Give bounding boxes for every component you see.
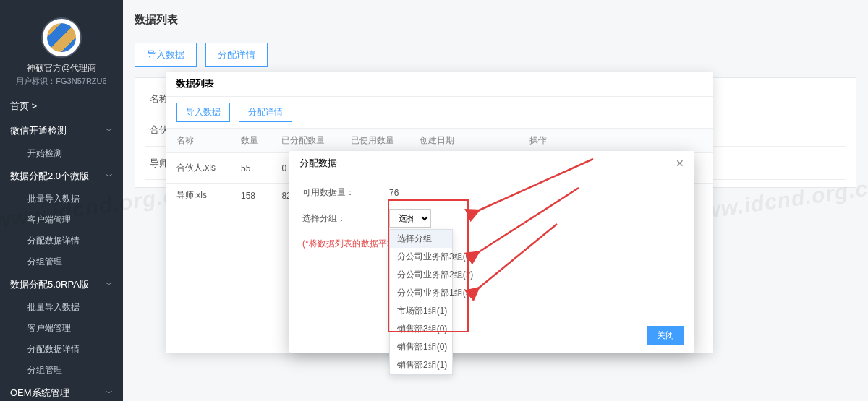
nav-dist5-import[interactable]: 批量导入数据 (0, 297, 123, 318)
nav-oem[interactable]: OEM系统管理﹀ (0, 381, 123, 401)
close-icon[interactable]: ✕ (676, 158, 684, 169)
th-created: 创建日期 (409, 129, 519, 153)
annotation-box (388, 199, 469, 332)
breadcrumb[interactable]: 首页 > (0, 94, 123, 118)
assign-detail-button[interactable]: 分配详情 (205, 43, 268, 67)
close-button[interactable]: 关闭 (647, 326, 684, 345)
chevron-down-icon: ﹀ (106, 280, 113, 290)
nav-wx-check[interactable]: 微信开通检测﹀ (0, 118, 123, 143)
nav-wx-check-start[interactable]: 开始检测 (0, 143, 123, 164)
page-title: 数据列表 (135, 13, 856, 27)
th-qty: 数量 (231, 129, 271, 153)
dialog-title: 分配数据 (299, 157, 337, 170)
chevron-down-icon: ﹀ (106, 388, 113, 398)
modal-detail-button[interactable]: 分配详情 (239, 103, 292, 122)
nav-dist2-detail[interactable]: 分配数据详情 (0, 230, 123, 251)
th-assigned: 已分配数量 (271, 129, 341, 153)
cell-qty: 55 (231, 153, 271, 184)
modal-title: 数据列表 (166, 72, 713, 97)
import-button[interactable]: 导入数据 (135, 43, 197, 67)
assign-dialog: 分配数据 ✕ 可用数据量： 76 选择分组： 选择分组 选择分组 分公司业务部3… (289, 151, 694, 353)
nav-dist5-detail[interactable]: 分配数据详情 (0, 339, 123, 360)
user-info: 神硕官方@代理商 用户标识：FG3N57RZU6 (0, 62, 123, 94)
select-option[interactable]: 销售部2组(1) (390, 356, 452, 374)
user-id: 用户标识：FG3N57RZU6 (6, 76, 117, 87)
table-header: 名称 数量 已分配数量 已使用数量 创建日期 操作 (166, 129, 713, 153)
select-option[interactable]: 销售部1组(0) (390, 338, 452, 356)
chevron-down-icon: ﹀ (106, 126, 113, 136)
nav-dist2[interactable]: 数据分配2.0个微版﹀ (0, 164, 123, 189)
avatar (41, 17, 82, 58)
cell-name: 合伙人.xls (166, 153, 231, 184)
nav-dist5[interactable]: 数据分配5.0RPA版﹀ (0, 272, 123, 297)
nav-dist5-client[interactable]: 客户端管理 (0, 318, 123, 339)
cell-name: 导师.xls (166, 184, 231, 208)
dialog-hint: (*将数据列表的数据平均分配给每… (302, 238, 681, 250)
modal-import-button[interactable]: 导入数据 (176, 103, 230, 122)
cell-qty: 158 (231, 184, 271, 208)
group-label: 选择分组： (302, 212, 389, 225)
th-ops: 操作 (519, 129, 713, 153)
avail-value: 76 (389, 188, 399, 198)
nav-dist2-group[interactable]: 分组管理 (0, 251, 123, 272)
nav-dist5-group[interactable]: 分组管理 (0, 360, 123, 381)
user-name: 神硕官方@代理商 (6, 62, 117, 74)
chevron-down-icon: ﹀ (106, 171, 113, 181)
avail-label: 可用数据量： (302, 186, 389, 199)
th-used: 已使用数量 (341, 129, 410, 153)
th-name: 名称 (166, 129, 231, 153)
